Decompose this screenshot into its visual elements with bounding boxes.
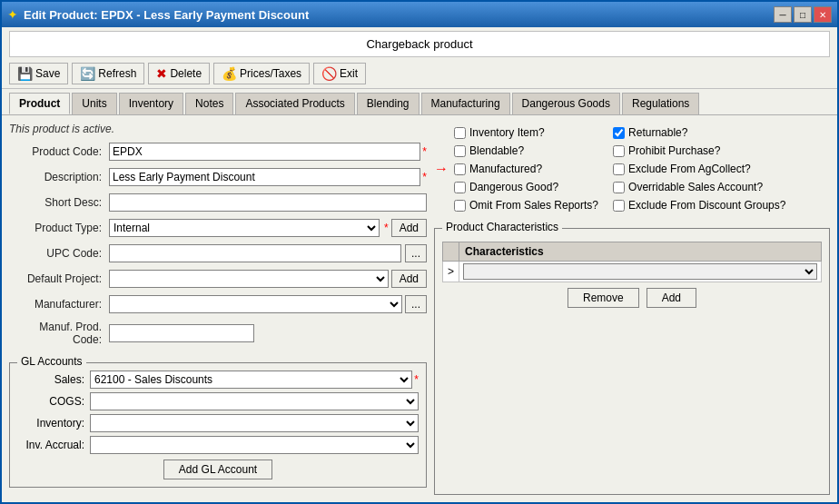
product-type-select[interactable]: Internal bbox=[109, 219, 380, 237]
right-panel: → Inventory Item? Blendable? bbox=[434, 123, 830, 495]
save-button[interactable]: 💾 Save bbox=[9, 63, 68, 84]
overridable-sales-checkbox[interactable] bbox=[613, 182, 625, 193]
char-value-select[interactable] bbox=[463, 263, 817, 280]
blendable-checkbox[interactable] bbox=[454, 145, 466, 157]
gl-cogs-select[interactable] bbox=[90, 392, 419, 410]
gl-inv-accrual-select[interactable] bbox=[90, 436, 419, 454]
char-buttons: Remove Add bbox=[442, 288, 822, 308]
default-project-add-button[interactable]: Add bbox=[391, 270, 427, 288]
prices-icon: 💰 bbox=[222, 66, 237, 81]
gl-cogs-row: COGS: bbox=[17, 392, 419, 410]
checkbox-columns: Inventory Item? Blendable? Manufactured? bbox=[454, 126, 785, 212]
tab-dangerous-goods[interactable]: Dangerous Goods bbox=[512, 93, 620, 114]
omit-sales-reports-checkbox[interactable] bbox=[454, 200, 466, 212]
char-add-button[interactable]: Add bbox=[647, 288, 696, 308]
exclude-discount-groups-row: Exclude From Discount Groups? bbox=[613, 199, 785, 212]
manufactured-row: Manufactured? bbox=[454, 163, 598, 175]
short-desc-label: Short Desc: bbox=[9, 196, 109, 209]
prices-label: Prices/Taxes bbox=[240, 67, 301, 80]
exclude-discount-groups-checkbox[interactable] bbox=[613, 200, 625, 212]
product-characteristics-group: Product Characteristics Characteristics … bbox=[434, 228, 830, 495]
checkbox-col-right: Returnable? Prohibit Purchase? Exclude F… bbox=[613, 126, 785, 212]
char-selector-header bbox=[443, 242, 459, 262]
upc-dots-button[interactable]: ... bbox=[405, 244, 427, 262]
refresh-label: Refresh bbox=[98, 67, 136, 80]
returnable-checkbox[interactable] bbox=[613, 127, 625, 139]
main-window: ✦ Edit Product: EPDX - Less Early Paymen… bbox=[0, 0, 839, 504]
manufacturer-row: Manufacturer: ... bbox=[9, 295, 427, 313]
upc-code-row: UPC Code: ... bbox=[9, 244, 427, 262]
gl-accounts-title: GL Accounts bbox=[17, 355, 86, 368]
product-code-label: Product Code: bbox=[9, 145, 109, 158]
description-label: Description: bbox=[9, 171, 109, 183]
gl-sales-label: Sales: bbox=[17, 373, 90, 386]
tab-inventory[interactable]: Inventory bbox=[119, 93, 183, 114]
gl-accounts-group: GL Accounts Sales: 62100 - Sales Discoun… bbox=[9, 362, 427, 488]
prices-taxes-button[interactable]: 💰 Prices/Taxes bbox=[213, 63, 310, 84]
arrow-row: → Inventory Item? Blendable? bbox=[434, 126, 830, 212]
manuf-prod-code-label: Manuf. Prod. Code: bbox=[9, 321, 109, 346]
tab-blending[interactable]: Blending bbox=[357, 93, 420, 114]
exclude-agcollect-checkbox[interactable] bbox=[613, 163, 625, 175]
tab-product[interactable]: Product bbox=[9, 93, 70, 114]
overridable-sales-row: Overridable Sales Account? bbox=[613, 181, 785, 193]
refresh-button[interactable]: 🔄 Refresh bbox=[72, 63, 144, 84]
tab-associated-products[interactable]: Associated Products bbox=[235, 93, 354, 114]
overridable-sales-label: Overridable Sales Account? bbox=[628, 181, 763, 193]
char-col-header: Characteristics bbox=[459, 242, 822, 262]
product-type-label: Product Type: bbox=[9, 222, 109, 234]
restore-button[interactable]: □ bbox=[794, 6, 812, 23]
product-type-required: * bbox=[384, 222, 389, 234]
close-button[interactable]: ✕ bbox=[814, 6, 832, 23]
title-icon: ✦ bbox=[7, 7, 18, 22]
exit-icon: 🚫 bbox=[321, 66, 337, 81]
minimize-button[interactable]: ─ bbox=[774, 6, 792, 23]
default-project-label: Default Project: bbox=[9, 272, 109, 285]
product-code-row: Product Code: * bbox=[9, 143, 427, 161]
exit-button[interactable]: 🚫 Exit bbox=[313, 63, 366, 84]
default-project-select[interactable] bbox=[109, 270, 389, 288]
gl-inventory-row: Inventory: bbox=[17, 414, 419, 432]
gl-inv-accrual-label: Inv. Accrual: bbox=[17, 439, 90, 451]
description-row: Description: * bbox=[9, 168, 427, 186]
tab-manufacturing[interactable]: Manufacturing bbox=[421, 93, 510, 114]
checkbox-col-left: Inventory Item? Blendable? Manufactured? bbox=[454, 126, 598, 212]
gl-sales-select[interactable]: 62100 - Sales Discounts bbox=[90, 371, 412, 389]
dangerous-good-row: Dangerous Good? bbox=[454, 181, 598, 193]
short-desc-input[interactable] bbox=[109, 193, 427, 212]
default-project-row: Default Project: Add bbox=[9, 270, 427, 288]
product-type-add-button[interactable]: Add bbox=[391, 219, 427, 237]
red-arrow-icon: → bbox=[434, 161, 449, 177]
upc-code-input[interactable] bbox=[109, 244, 401, 262]
manuf-prod-code-input[interactable] bbox=[109, 324, 254, 342]
chargeback-label: Chargeback product bbox=[9, 31, 830, 57]
exclude-agcollect-label: Exclude From AgCollect? bbox=[628, 163, 751, 175]
description-input[interactable] bbox=[109, 168, 420, 186]
product-characteristics-title: Product Characteristics bbox=[442, 221, 562, 233]
tab-regulations[interactable]: Regulations bbox=[622, 93, 699, 114]
manufacturer-select[interactable] bbox=[109, 295, 402, 313]
toolbar: 💾 Save 🔄 Refresh ✖ Delete 💰 Prices/Taxes… bbox=[2, 59, 837, 89]
add-gl-account-button[interactable]: Add GL Account bbox=[163, 460, 272, 479]
delete-icon: ✖ bbox=[156, 66, 167, 81]
inventory-item-checkbox[interactable] bbox=[454, 127, 466, 139]
gl-inventory-select[interactable] bbox=[90, 414, 419, 432]
prohibit-purchase-checkbox[interactable] bbox=[613, 145, 625, 157]
description-required: * bbox=[422, 171, 427, 183]
char-row: > bbox=[443, 262, 822, 282]
manufacturer-dots-button[interactable]: ... bbox=[405, 295, 427, 313]
delete-button[interactable]: ✖ Delete bbox=[148, 63, 210, 84]
product-code-input[interactable] bbox=[109, 143, 420, 161]
manufactured-checkbox[interactable] bbox=[454, 163, 466, 175]
gl-cogs-label: COGS: bbox=[17, 395, 90, 408]
inventory-item-label: Inventory Item? bbox=[469, 126, 545, 139]
window-title: Edit Product: EPDX - Less Early Payment … bbox=[24, 8, 772, 22]
short-desc-row: Short Desc: bbox=[9, 193, 427, 212]
char-row-value[interactable] bbox=[459, 262, 822, 282]
prohibit-purchase-row: Prohibit Purchase? bbox=[613, 144, 785, 157]
char-remove-button[interactable]: Remove bbox=[568, 288, 639, 308]
tab-notes[interactable]: Notes bbox=[185, 93, 233, 114]
dangerous-good-checkbox[interactable] bbox=[454, 182, 466, 193]
tab-units[interactable]: Units bbox=[72, 93, 116, 114]
product-type-row: Product Type: Internal * Add bbox=[9, 219, 427, 237]
